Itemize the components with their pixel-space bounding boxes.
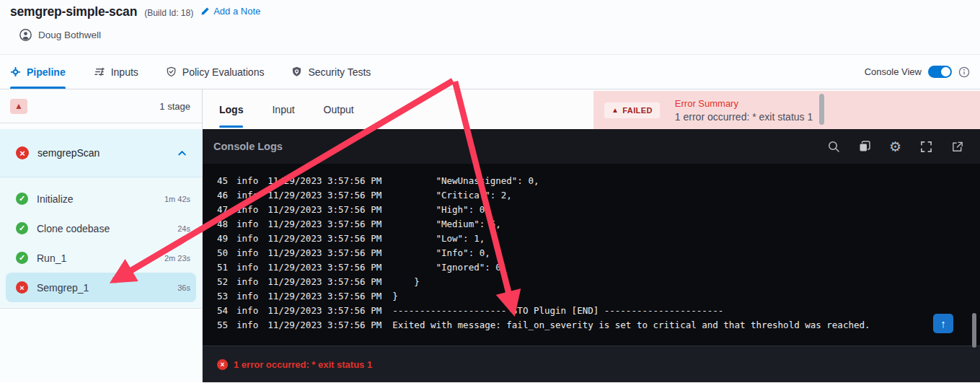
log-line: 53info11/29/2023 3:57:56 PM }	[217, 289, 980, 304]
step-duration: 1m 42s	[164, 195, 190, 203]
settings-gear-icon[interactable]: ⚙	[888, 140, 902, 154]
stage-count: 1 stage	[159, 101, 190, 112]
console-log-area[interactable]: 45info11/29/2023 3:57:56 PM "NewUnassign…	[203, 164, 980, 345]
error-summary-title: Error Summary	[675, 98, 813, 109]
log-line: 51info11/29/2023 3:57:56 PM "Ignored": 0	[217, 260, 980, 275]
step-duration: 24s	[177, 224, 190, 233]
console-scrollbar-thumb[interactable]	[972, 313, 976, 348]
step-row-semgrep-1[interactable]: × Semgrep_1 36s	[6, 273, 196, 302]
log-tabs-row: Logs Input Output ▲ FAILED Error Summary…	[203, 89, 980, 129]
tab-input[interactable]: Input	[272, 89, 294, 129]
tab-label: Output	[324, 104, 354, 115]
open-in-new-icon[interactable]	[950, 140, 964, 154]
failed-status-icon: ×	[16, 281, 28, 294]
warning-badge-icon: ▲	[10, 99, 27, 114]
log-line: 55info11/29/2023 3:57:56 PM Exited with …	[217, 318, 980, 333]
tab-label: Inputs	[111, 66, 138, 78]
console-logs-panel: Console Logs ⚙	[203, 129, 980, 382]
step-label: Initialize	[37, 193, 74, 205]
user-name: Doug Bothwell	[38, 30, 101, 40]
sidebar-gap	[0, 123, 202, 129]
add-note-label: Add a Note	[213, 6, 260, 17]
error-summary-panel: ▲ FAILED Error Summary 1 error occurred:…	[593, 91, 980, 129]
tab-label: Security Tests	[308, 66, 371, 78]
tab-label: Policy Evaluations	[182, 66, 265, 78]
search-icon[interactable]	[826, 140, 840, 154]
tab-pipeline[interactable]: Pipeline	[10, 55, 66, 89]
chevron-up-icon[interactable]	[177, 148, 187, 159]
console-header: Console Logs ⚙	[203, 129, 980, 164]
pipeline-execution-page: semgrep-simple-scan (Build Id: 18) Add a…	[0, 0, 980, 383]
warning-triangle-icon: ▲	[612, 106, 619, 114]
success-check-icon: ✓	[16, 222, 28, 234]
pipeline-icon	[10, 66, 21, 77]
success-check-icon: ✓	[16, 193, 28, 205]
log-line: 52info11/29/2023 3:57:56 PM }	[217, 275, 980, 289]
failed-status-icon: ×	[16, 146, 29, 159]
toggle-knob	[941, 67, 950, 76]
tab-security-tests[interactable]: Security Tests	[291, 55, 371, 89]
success-check-icon: ✓	[16, 252, 28, 264]
add-note-button[interactable]: Add a Note	[200, 6, 260, 17]
step-list: ✓ Initialize 1m 42s ✓ Clone codebase 24s…	[0, 177, 202, 309]
failed-badge: ▲ FAILED	[604, 102, 660, 118]
step-duration: 36s	[177, 283, 190, 292]
fullscreen-icon[interactable]	[919, 140, 933, 154]
failed-badge-label: FAILED	[622, 106, 653, 115]
console-view-label: Console View	[865, 66, 922, 77]
tab-label: Input	[272, 104, 294, 115]
tab-label: Logs	[219, 104, 243, 115]
tab-label: Pipeline	[27, 66, 66, 78]
error-circle-icon: ×	[217, 359, 228, 370]
log-line: 48info11/29/2023 3:57:56 PM "Medium": 5,	[217, 217, 980, 232]
scrollbar-thumb[interactable]	[819, 94, 824, 125]
log-line: 46info11/29/2023 3:57:56 PM "Critical": …	[217, 188, 980, 203]
console-error-footer: × 1 error occurred: * exit status 1	[203, 345, 980, 382]
sidebar-footer	[0, 309, 202, 382]
error-summary-message: 1 error occurred: * exit status 1	[675, 111, 813, 123]
tab-policy-evaluations[interactable]: Policy Evaluations	[166, 55, 265, 89]
footer-error-message: 1 error occurred: * exit status 1	[234, 359, 372, 370]
step-duration: 2m 23s	[164, 254, 190, 263]
step-label: Clone codebase	[37, 223, 110, 234]
log-line: 47info11/29/2023 3:57:56 PM "High": 0,	[217, 203, 980, 217]
copy-icon[interactable]	[857, 140, 871, 154]
security-shield-icon	[291, 66, 302, 77]
step-label: Run_1	[37, 252, 66, 264]
console-view-toggle[interactable]	[928, 66, 952, 78]
stage-name: semgrepScan	[37, 147, 100, 159]
stage-count-row: ▲ 1 stage	[0, 89, 202, 123]
step-row-run-1[interactable]: ✓ Run_1 2m 23s	[0, 243, 202, 273]
step-row-initialize[interactable]: ✓ Initialize 1m 42s	[0, 184, 202, 213]
tab-logs[interactable]: Logs	[219, 89, 243, 129]
tab-inputs[interactable]: Inputs	[93, 55, 138, 89]
info-icon[interactable]	[958, 66, 970, 78]
step-row-clone-codebase[interactable]: ✓ Clone codebase 24s	[0, 213, 202, 243]
console-logs-title: Console Logs	[213, 141, 283, 152]
log-line: 50info11/29/2023 3:57:56 PM "Info": 0,	[217, 246, 980, 260]
tab-output[interactable]: Output	[324, 89, 354, 129]
log-line: 54info11/29/2023 3:57:56 PM ------------…	[217, 304, 980, 318]
user-avatar-icon	[19, 29, 32, 41]
main-tabbar: Pipeline Inputs Policy Evaluations Secur…	[0, 55, 980, 89]
stage-header-semgrepscan[interactable]: × semgrepScan	[0, 129, 202, 177]
page-header: semgrep-simple-scan (Build Id: 18) Add a…	[0, 0, 980, 55]
build-id: (Build Id: 18)	[144, 8, 193, 18]
policy-shield-icon	[166, 66, 177, 77]
log-line: 49info11/29/2023 3:57:56 PM "Low": 1,	[217, 232, 980, 246]
stage-sidebar: ▲ 1 stage × semgrepScan ✓ Initialize 1m …	[0, 89, 202, 382]
step-details-panel: Logs Input Output ▲ FAILED Error Summary…	[202, 89, 980, 382]
page-title: semgrep-simple-scan	[10, 4, 137, 19]
inputs-icon	[93, 66, 105, 77]
scroll-to-top-button[interactable]: ↑	[933, 314, 953, 333]
log-line: 45info11/29/2023 3:57:56 PM "NewUnassign…	[217, 174, 980, 188]
step-label: Semgrep_1	[37, 282, 89, 294]
pencil-icon	[200, 6, 210, 16]
